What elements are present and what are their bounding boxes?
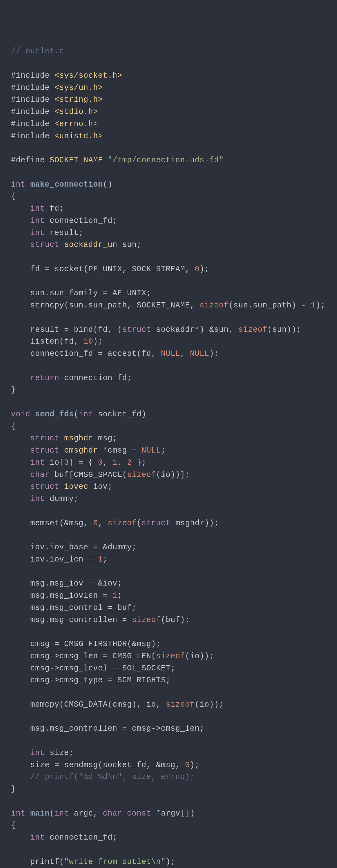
code-token: 0 (98, 458, 103, 467)
code-token: result; (45, 228, 84, 238)
code-token: <string.h> (55, 95, 103, 104)
code-token: struct (30, 240, 64, 249)
code-token: char (30, 470, 50, 479)
code-token: fd; (45, 204, 64, 213)
code-token: sizeof (108, 519, 137, 528)
code-token: result = bind(fd, ( (11, 325, 122, 334)
code-token: }; (132, 458, 147, 467)
code-token: (sun.sun_path) - (229, 301, 311, 310)
code-token: 1 (113, 458, 118, 467)
code-token: msg.msg_control = buf; (11, 603, 137, 612)
code-token: 3 (64, 458, 69, 467)
code-token: ); (93, 337, 103, 346)
code-token: ; (117, 591, 122, 600)
code-token: msg; (93, 434, 118, 443)
code-token: msghdr (64, 434, 93, 443)
code-token: memset(&msg, (11, 519, 93, 528)
code-token: size = sendmsg(socket_fd, &msg, (11, 761, 185, 770)
code-token: int (30, 833, 45, 842)
code-token: connection_fd; (45, 833, 118, 842)
code-token (11, 446, 30, 455)
code-token: msg.msg_iovlen = (11, 591, 113, 600)
code-token: , (180, 349, 190, 358)
code-token: iov; (88, 482, 113, 491)
code-token: connection_fd = accept(fd, (11, 349, 161, 358)
code-token: cmsg->cmsg_len = CMSG_LEN( (11, 652, 156, 661)
code-token: printf( (11, 858, 64, 866)
code-token: 2 (127, 458, 132, 467)
code-token: struct (122, 325, 151, 334)
code-token: , (117, 458, 127, 467)
code-token: send_fds (35, 410, 74, 419)
code-token: size; (45, 748, 74, 757)
code-token: sockaddr_un (64, 240, 118, 249)
code-token: main (30, 809, 50, 818)
code-token: *cmsg = (98, 446, 142, 455)
code-token: *argv[] (151, 809, 190, 818)
code-token: NULL (142, 446, 161, 455)
code-token: ( (74, 410, 79, 419)
code-token: 10 (84, 337, 93, 346)
code-token: { (11, 192, 16, 201)
code-token: <unistd.h> (55, 132, 103, 141)
code-token: int (79, 410, 93, 419)
code-token: { (11, 821, 16, 830)
code-token: int (30, 204, 45, 213)
code-token (11, 748, 30, 757)
code-token: msg.msg_controllen = cmsg->cmsg_len; (11, 724, 204, 733)
code-token: return (30, 374, 59, 383)
code-token: ; (103, 555, 108, 564)
code-token: <sys/un.h> (55, 83, 103, 92)
code-token: io[ (45, 458, 64, 467)
code-token: cmsg = CMSG_FIRSTHDR(&msg); (11, 640, 161, 649)
code-token: NULL (161, 349, 180, 358)
code-token: msg.msg_iov = &iov; (11, 579, 122, 588)
code-token: { (11, 422, 16, 431)
code-token (11, 773, 30, 781)
code-token: iovec (64, 482, 89, 491)
code-token: msghdr)); (171, 519, 219, 528)
code-token: <errno.h> (55, 120, 98, 129)
code-token: int (11, 180, 30, 189)
code-token: void (11, 410, 35, 419)
code-token: ); (209, 349, 219, 358)
code-token: struct (30, 446, 64, 455)
code-token: 1 (311, 301, 316, 310)
code-token: ) (190, 809, 195, 818)
code-token: ] = { (69, 458, 98, 467)
code-token: 0 (93, 519, 98, 528)
code-token: struct (142, 519, 171, 528)
code-token: ( (137, 519, 142, 528)
code-token: buf[CMSG_SPACE( (50, 470, 127, 479)
code-token (11, 482, 30, 491)
code-token: #include (11, 83, 55, 92)
code-token: memcpy(CMSG_DATA(cmsg), io, (11, 700, 166, 709)
code-token: ( (50, 809, 55, 818)
code-token: sun; (117, 240, 142, 249)
code-token: connection_fd; (45, 216, 118, 225)
code-token: <sys/socket.h> (55, 71, 122, 80)
code-token: #include (11, 120, 55, 129)
code-token (11, 833, 30, 842)
code-token: #define (11, 156, 50, 165)
code-token: iov.iov_base = &dummy; (11, 543, 137, 552)
code-token: dummy; (45, 494, 79, 503)
code-token: socket_fd (93, 410, 142, 419)
code-token: iov.iov_len = (11, 555, 98, 564)
code-token: int (30, 216, 45, 225)
code-token: } (11, 385, 16, 395)
code-token: msg.msg_controllen = (11, 616, 132, 624)
code-token: // outlet.c (11, 47, 64, 56)
code-token: ); (190, 761, 200, 770)
code-token: #include (11, 95, 55, 104)
code-token: SOCKET_NAME (50, 156, 108, 165)
code-token: <stdio.h> (55, 107, 98, 117)
code-token: #include (11, 71, 55, 80)
code-token: cmsghdr (64, 446, 98, 455)
code-token: #include (11, 132, 55, 141)
code-token: // printf("%d %d\n", size, errno); (30, 773, 195, 781)
code-token: } (11, 785, 16, 794)
code-token: make_connection (30, 180, 103, 189)
code-token: sizeof (200, 301, 229, 310)
code-token: int (30, 228, 45, 238)
